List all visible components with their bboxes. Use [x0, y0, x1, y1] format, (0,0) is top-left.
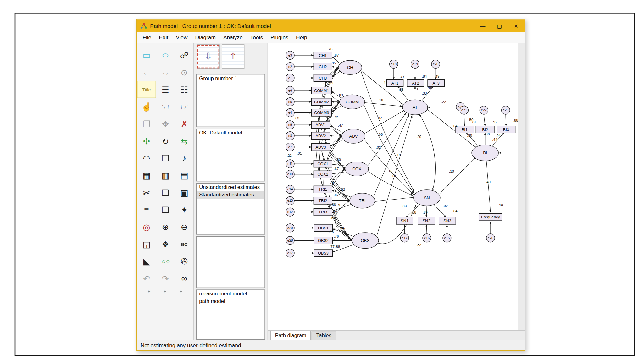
zoom-select-tool[interactable]: ◎: [137, 218, 156, 236]
maximize-button[interactable]: ▢: [491, 20, 508, 32]
multiple-group-tool[interactable]: ☺☺: [156, 253, 175, 270]
observed-variable-obs3[interactable]: OBS3: [314, 250, 333, 257]
observed-variable-frequency[interactable]: Frequency: [479, 213, 502, 221]
observed-variable-cox2[interactable]: COX2: [314, 171, 332, 178]
menu-tools[interactable]: Tools: [247, 33, 267, 42]
error-variable-tool[interactable]: ⊙: [175, 64, 194, 81]
toolbar-more-1[interactable]: ▸: [148, 289, 150, 293]
view-output-path-diagram-button[interactable]: ⇧: [222, 44, 244, 69]
rotate-indicators-tool[interactable]: ↻: [156, 132, 175, 150]
menu-analyze[interactable]: Analyze: [219, 33, 247, 42]
latent-variable-adv[interactable]: ADV: [342, 129, 365, 143]
latent-variable-obs[interactable]: OBS: [352, 233, 379, 249]
reshape-tool[interactable]: ♪: [175, 150, 194, 167]
path-arrow-tool[interactable]: ←: [137, 64, 156, 81]
latent-variable-comm[interactable]: COMM: [340, 95, 365, 109]
error-term-e15[interactable]: e15: [443, 234, 451, 242]
latent-variable-cox[interactable]: COX: [345, 162, 369, 176]
resize-to-page-tool[interactable]: ❖: [156, 235, 175, 253]
error-term-e22[interactable]: e22: [480, 106, 488, 114]
error-term-e8[interactable]: e8: [286, 132, 294, 140]
model-fit-list[interactable]: measurement modelpath model: [196, 289, 265, 340]
error-term-e7[interactable]: e7: [286, 143, 294, 151]
model-item-ok-default-model[interactable]: OK: Default model: [197, 129, 264, 137]
preserve-symmetries-tool[interactable]: ✦: [175, 201, 194, 218]
estimates-item-standardized-estimates[interactable]: Standardized estimates: [197, 191, 264, 199]
latent-variable-tri[interactable]: TRI: [350, 193, 375, 208]
print-tool[interactable]: ✇: [175, 253, 194, 270]
observed-variable-comm2[interactable]: COMM2: [312, 98, 332, 106]
move-parameter-tool[interactable]: ✣: [137, 132, 156, 150]
menu-help[interactable]: Help: [292, 33, 311, 42]
error-term-e12[interactable]: e12: [286, 208, 294, 216]
observed-variable-bi1[interactable]: BI1: [455, 126, 474, 133]
close-button[interactable]: ✕: [508, 20, 525, 32]
error-term-e28[interactable]: e28: [286, 236, 294, 245]
error-term-e13[interactable]: e13: [286, 196, 294, 205]
error-term-e5[interactable]: e5: [286, 98, 294, 106]
error-term-e4[interactable]: e4: [286, 108, 294, 117]
calculate-estimates-tool[interactable]: ▤: [175, 167, 194, 184]
observed-variable-comm1[interactable]: COMM1: [312, 87, 332, 94]
duplicate-tool[interactable]: ❐: [137, 115, 156, 133]
tab-path-diagram[interactable]: Path diagram: [270, 331, 311, 340]
error-term-e23[interactable]: e23: [502, 106, 510, 114]
touch-up-tool[interactable]: ◠: [137, 150, 156, 167]
move-tool[interactable]: ✥: [156, 115, 175, 133]
text-output-tool[interactable]: ❏: [156, 184, 175, 201]
error-term-e19[interactable]: e19: [411, 60, 419, 69]
error-term-e1[interactable]: e1: [286, 74, 294, 82]
title-bar[interactable]: Path model : Group number 1 : OK: Defaul…: [137, 20, 525, 32]
menu-view[interactable]: View: [172, 33, 191, 42]
latent-variable-ch[interactable]: CH: [338, 60, 362, 74]
error-term-e20[interactable]: e20: [431, 60, 440, 69]
menu-edit[interactable]: Edit: [155, 33, 172, 42]
ellipse-tool[interactable]: ○: [151, 47, 180, 64]
observed-variable-ch2[interactable]: CH2: [314, 63, 332, 70]
observed-variable-sn2[interactable]: SN2: [418, 217, 435, 224]
observed-variable-ch1[interactable]: CH1: [314, 52, 332, 59]
observed-variable-sn3[interactable]: SN3: [439, 217, 456, 224]
observed-variable-adv1[interactable]: ADV1: [312, 121, 330, 129]
copy-to-clipboard-tool[interactable]: ✂: [137, 184, 156, 201]
object-properties-tool[interactable]: ≡: [137, 201, 156, 218]
models-list[interactable]: OK: Default model: [196, 129, 265, 181]
observed-variable-adv3[interactable]: ADV3: [312, 144, 330, 151]
zoom-in-tool[interactable]: ⊕: [156, 218, 175, 236]
observed-variable-cox1[interactable]: COX1: [314, 160, 332, 167]
observed-variable-tri1[interactable]: TRI1: [314, 186, 332, 193]
groups-list[interactable]: Group number 1: [196, 74, 265, 127]
observed-variable-obs2[interactable]: OBS2: [314, 237, 333, 244]
save-diagram-tool[interactable]: ▣: [175, 184, 194, 201]
latent-variable-sn[interactable]: SN: [414, 190, 440, 206]
zoom-out-tool[interactable]: ⊖: [175, 218, 194, 236]
menu-plugins[interactable]: Plugins: [267, 33, 292, 42]
error-term-e11[interactable]: e11: [286, 160, 294, 168]
error-term-e26[interactable]: e26: [486, 234, 495, 242]
reflect-indicators-tool[interactable]: ⇆: [175, 132, 194, 150]
model-list-item-path-model[interactable]: path model: [197, 298, 264, 305]
observed-variable-adv2[interactable]: ADV2: [312, 132, 330, 140]
rearrange-tool[interactable]: ❒: [156, 150, 175, 167]
drawing-canvas[interactable]: CHCOMMADVCOXTRIOBSATSNBICH1CH2CH3COMM1CO…: [268, 43, 525, 330]
error-term-e18[interactable]: e18: [390, 60, 398, 69]
view-input-path-diagram-button[interactable]: ⇩: [197, 44, 220, 69]
observed-variable-at3[interactable]: AT3: [428, 80, 444, 87]
observed-variable-at2[interactable]: AT2: [407, 80, 424, 87]
specification-search-tool[interactable]: ∞: [175, 270, 194, 287]
variable-list-model-tool[interactable]: ☰: [156, 81, 175, 98]
covariance-arrow-tool[interactable]: ↔: [156, 64, 175, 81]
tab-tables[interactable]: Tables: [312, 332, 336, 340]
erase-tool[interactable]: ✗: [175, 115, 194, 133]
drag-properties-tool[interactable]: ❑: [156, 201, 175, 218]
observed-variable-bi3[interactable]: BI3: [497, 126, 515, 133]
observed-variable-tri3[interactable]: TRI3: [314, 208, 332, 216]
data-file-tool[interactable]: ▦: [137, 167, 156, 184]
title-tool[interactable]: Title: [137, 81, 156, 98]
latent-variable-at[interactable]: AT: [402, 100, 428, 115]
error-term-e3[interactable]: e3: [286, 51, 294, 60]
estimates-item-unstandardized-estimates[interactable]: Unstandardized estimates: [197, 184, 264, 191]
menu-file[interactable]: File: [139, 33, 155, 42]
error-term-e27[interactable]: e27: [286, 249, 294, 257]
observed-variable-ch3[interactable]: CH3: [314, 74, 332, 82]
